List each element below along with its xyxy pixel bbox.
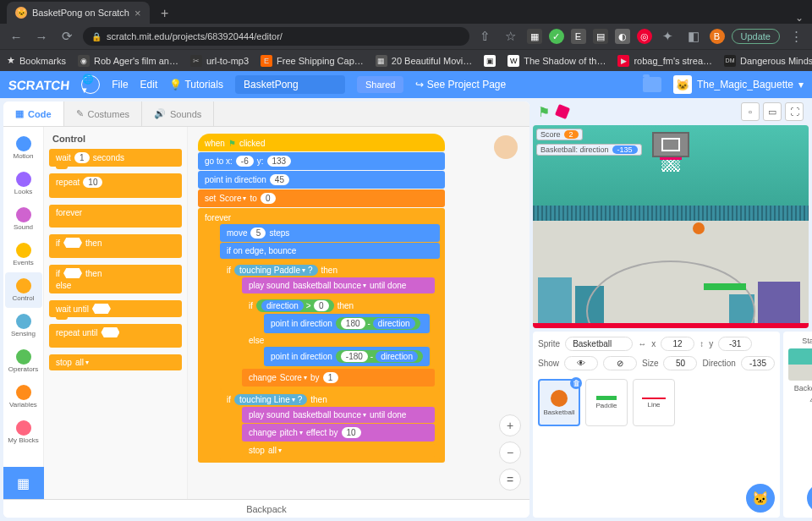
close-icon[interactable]: × [134, 7, 141, 19]
add-extension-button[interactable]: ▦ [3, 467, 44, 499]
cat-sound[interactable]: Sound [5, 201, 42, 237]
block-change-effect[interactable]: changepitcheffect by10 [242, 424, 435, 441]
block-if-else[interactable]: ifthenelse [49, 265, 182, 293]
tab-costumes[interactable]: ✎Costumes [64, 101, 143, 126]
chevron-down-icon[interactable]: ⌄ [787, 12, 812, 24]
menu-icon[interactable]: ⋮ [787, 29, 805, 44]
block-wait[interactable]: wait1seconds [49, 149, 182, 167]
block-edge-bounce[interactable]: if on edge, bounce [220, 243, 440, 259]
block-play-sound[interactable]: play soundbasketball bounceuntil done [242, 277, 435, 293]
user-menu[interactable]: 🐱 The_Magic_Baguette ▾ [673, 75, 804, 94]
stop-button[interactable] [555, 104, 570, 119]
block-change-var[interactable]: changeScoreby1 [242, 369, 435, 387]
hide-button[interactable]: ⊘ [603, 356, 637, 370]
direction-monitor[interactable]: Basketball: direction-135 [536, 144, 642, 156]
block-point-dir[interactable]: point in direction180 - direction [264, 314, 430, 333]
update-button[interactable]: Update [732, 29, 780, 44]
block-stop[interactable]: stopall [49, 354, 182, 370]
block-set-var[interactable]: setScoreto0 [198, 189, 445, 207]
block-point-dir[interactable]: point in direction45 [198, 171, 445, 189]
stage-thumbnail[interactable] [788, 348, 812, 381]
sprite-card-line[interactable]: Line [633, 379, 675, 426]
language-button[interactable]: 🌐 ▾ [81, 75, 100, 94]
bookmark-item[interactable]: DMDangerous Minds… [724, 55, 812, 67]
block-forever[interactable]: forever [49, 205, 182, 228]
tab-sounds[interactable]: 🔊Sounds [142, 101, 214, 126]
ext-icon[interactable]: E [571, 29, 586, 44]
cat-looks[interactable]: Looks [5, 166, 42, 201]
block-forever[interactable]: forever move5steps if on edge, bounce if… [198, 208, 445, 463]
bookmark-item[interactable]: ✂url-to-mp3 [190, 55, 249, 67]
block-goto[interactable]: go to x:-6y:133 [198, 152, 445, 170]
new-tab-button[interactable]: + [155, 3, 175, 24]
extensions-icon[interactable]: ✦ [659, 29, 678, 44]
profile-icon[interactable]: B [710, 29, 725, 44]
bookmark-item[interactable]: ▣ [484, 55, 496, 67]
bookmarks-label[interactable]: ★Bookmarks [7, 55, 66, 66]
ext-icon[interactable]: ▤ [593, 29, 608, 44]
forward-button[interactable]: → [32, 30, 51, 44]
block-if-else[interactable]: ifdirection > 0then point in direction18… [242, 294, 435, 369]
block-play-sound[interactable]: play soundbasketball bounceuntil done [242, 407, 435, 423]
ext-icon[interactable]: ✓ [549, 29, 564, 44]
block-repeat[interactable]: repeat10 [49, 173, 182, 198]
fullscreen-button[interactable]: ⛶ [785, 102, 804, 121]
file-menu[interactable]: File [112, 79, 128, 90]
script-canvas[interactable]: when⚑clicked go to x:-6y:133 point in di… [188, 127, 529, 499]
my-stuff-button[interactable] [643, 77, 661, 92]
cat-control[interactable]: Control [5, 272, 42, 308]
bookmark-item[interactable]: ▦20 Beautiful Movi… [376, 55, 472, 67]
sprite-card-basketball[interactable]: 🗑Basketball [538, 379, 580, 426]
block-if[interactable]: iftouching Paddle ?then play soundbasket… [220, 260, 440, 389]
bookmark-item[interactable]: WThe Shadow of th… [508, 55, 606, 67]
address-bar[interactable]: 🔒 scratch.mit.edu/projects/683920444/edi… [83, 27, 469, 46]
show-button[interactable]: 👁 [564, 356, 598, 370]
block-move[interactable]: move5steps [220, 224, 440, 242]
block-if[interactable]: iftouching Line ?then play soundbasketba… [220, 389, 440, 461]
see-project-button[interactable]: ↪ See Project Page [415, 79, 506, 90]
ext-icon[interactable]: ◐ [615, 29, 630, 44]
stage[interactable]: Score2 Basketball: direction-135 [533, 125, 809, 328]
scratch-logo[interactable]: SCRATCH [8, 78, 70, 92]
score-monitor[interactable]: Score2 [536, 129, 583, 140]
block-when-flag[interactable]: when⚑clicked [198, 134, 445, 151]
backpack-panel[interactable]: Backpack [3, 499, 529, 518]
zoom-in-button[interactable]: + [499, 414, 521, 436]
edit-menu[interactable]: Edit [140, 79, 158, 90]
green-flag-button[interactable]: ⚑ [538, 104, 550, 120]
back-button[interactable]: ← [7, 30, 25, 44]
add-backdrop-button[interactable]: 🖼 [807, 484, 812, 513]
ext-icon[interactable]: ◎ [637, 29, 652, 44]
sprite-card-paddle[interactable]: Paddle [585, 379, 628, 426]
cat-myblocks[interactable]: My Blocks [5, 414, 42, 450]
browser-tab[interactable]: 🐱 BasketPong on Scratch × [7, 2, 150, 24]
direction-input[interactable]: -135 [741, 356, 775, 370]
tutorials-button[interactable]: 💡 Tutorials [169, 79, 223, 90]
reload-button[interactable]: ⟳ [58, 29, 76, 44]
cat-sensing[interactable]: Sensing [5, 308, 42, 343]
cat-variables[interactable]: Variables [5, 379, 42, 414]
bookmark-item[interactable]: ▶robag_fm's strea… [617, 55, 712, 67]
sprite-x-input[interactable]: 12 [661, 337, 694, 351]
block-stop[interactable]: stopall [242, 442, 435, 458]
bookmark-item[interactable]: EFree Shipping Cap… [261, 55, 364, 67]
sprite-name-input[interactable]: Basketball [565, 337, 633, 351]
size-input[interactable]: 50 [663, 356, 697, 370]
tab-code[interactable]: ▦Code [3, 101, 64, 126]
star-icon[interactable]: ☆ [502, 29, 520, 44]
cat-motion[interactable]: Motion [5, 130, 42, 166]
sprite-y-input[interactable]: -31 [718, 337, 752, 351]
block-if[interactable]: ifthen [49, 234, 182, 258]
cat-events[interactable]: Events [5, 237, 42, 272]
block-repeat-until[interactable]: repeat until [49, 324, 182, 348]
small-stage-button[interactable]: ▫ [741, 102, 760, 121]
large-stage-button[interactable]: ▭ [763, 102, 782, 121]
add-sprite-button[interactable]: 🐱 [746, 484, 775, 513]
bookmark-icon[interactable]: ◧ [684, 29, 703, 44]
cat-operators[interactable]: Operators [5, 343, 42, 379]
delete-sprite-button[interactable]: 🗑 [570, 377, 582, 389]
ext-icon[interactable]: ▦ [527, 29, 542, 44]
bookmark-item[interactable]: ◉Rob Ager's film an… [78, 55, 178, 67]
share-icon[interactable]: ⇧ [476, 29, 495, 44]
zoom-reset-button[interactable]: = [499, 469, 521, 491]
